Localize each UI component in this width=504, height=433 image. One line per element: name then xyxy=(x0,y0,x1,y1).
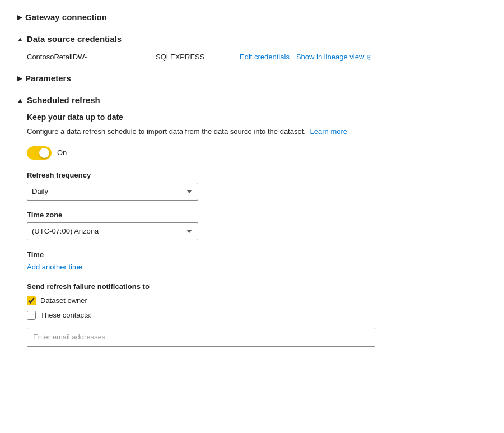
refresh-toggle[interactable] xyxy=(27,146,52,160)
scheduled-refresh-content: Keep your data up to date Configure a da… xyxy=(17,109,487,347)
toggle-container: On xyxy=(27,146,487,160)
credentials-server: SQLEXPRESS xyxy=(156,53,223,61)
scheduled-refresh-title: Scheduled refresh xyxy=(27,95,100,105)
learn-more-button[interactable]: Learn more xyxy=(310,127,347,136)
data-source-section: ▲ Data source credentials ContosoRetailD… xyxy=(17,29,487,66)
gateway-section: ▶ Gateway connection xyxy=(17,7,487,26)
dataset-owner-label: Dataset owner xyxy=(40,296,87,305)
gateway-arrow: ▶ xyxy=(17,13,22,21)
data-source-header[interactable]: ▲ Data source credentials xyxy=(17,29,487,48)
credentials-row: ContosoRetailDW- SQLEXPRESS Edit credent… xyxy=(17,48,487,66)
email-input[interactable] xyxy=(27,328,375,347)
parameters-section: ▶ Parameters xyxy=(17,68,487,87)
contacts-checkbox[interactable] xyxy=(27,311,36,320)
dataset-owner-row: Dataset owner xyxy=(27,296,487,305)
credentials-actions: Edit credentials Show in lineage view ⎘ xyxy=(240,53,371,61)
notifications-label: Send refresh failure notifications to xyxy=(27,282,487,291)
toggle-label: On xyxy=(57,148,67,157)
lineage-label: Show in lineage view xyxy=(296,53,364,61)
description-text: Configure a data refresh schedule to imp… xyxy=(27,126,487,137)
external-link-icon: ⎘ xyxy=(367,54,371,60)
refresh-frequency-group: Refresh frequency Daily Weekly xyxy=(27,171,487,201)
credentials-name: ContosoRetailDW- xyxy=(27,53,139,61)
parameters-header[interactable]: ▶ Parameters xyxy=(17,68,487,87)
time-section: Time Add another time xyxy=(27,250,487,271)
toggle-thumb xyxy=(39,148,49,158)
refresh-frequency-select[interactable]: Daily Weekly xyxy=(27,183,198,201)
contacts-label: These contacts: xyxy=(40,311,92,319)
contacts-row: These contacts: xyxy=(27,311,487,320)
description-main: Configure a data refresh schedule to imp… xyxy=(27,127,306,136)
time-zone-label: Time zone xyxy=(27,211,487,219)
data-source-title: Data source credentials xyxy=(27,34,122,44)
scheduled-refresh-section: ▲ Scheduled refresh Keep your data up to… xyxy=(17,90,487,347)
parameters-arrow: ▶ xyxy=(17,75,22,82)
time-zone-group: Time zone (UTC-07:00) Arizona (UTC-08:00… xyxy=(27,211,487,240)
notifications-section: Send refresh failure notifications to Da… xyxy=(27,282,487,347)
keep-up-title: Keep your data up to date xyxy=(27,113,487,122)
dataset-owner-checkbox[interactable] xyxy=(27,296,36,305)
time-label: Time xyxy=(27,250,487,259)
add-another-time-button[interactable]: Add another time xyxy=(27,263,82,271)
parameters-title: Parameters xyxy=(25,73,71,83)
scheduled-refresh-arrow: ▲ xyxy=(17,96,24,104)
gateway-header[interactable]: ▶ Gateway connection xyxy=(17,7,487,26)
time-zone-select[interactable]: (UTC-07:00) Arizona (UTC-08:00) Pacific … xyxy=(27,222,198,240)
edit-credentials-button[interactable]: Edit credentials xyxy=(240,53,290,61)
main-container: ▶ Gateway connection ▲ Data source crede… xyxy=(0,0,504,360)
show-lineage-button[interactable]: Show in lineage view ⎘ xyxy=(296,53,371,61)
gateway-title: Gateway connection xyxy=(25,12,107,22)
data-source-arrow: ▲ xyxy=(17,35,24,43)
refresh-frequency-label: Refresh frequency xyxy=(27,171,487,179)
scheduled-refresh-header[interactable]: ▲ Scheduled refresh xyxy=(17,90,487,109)
